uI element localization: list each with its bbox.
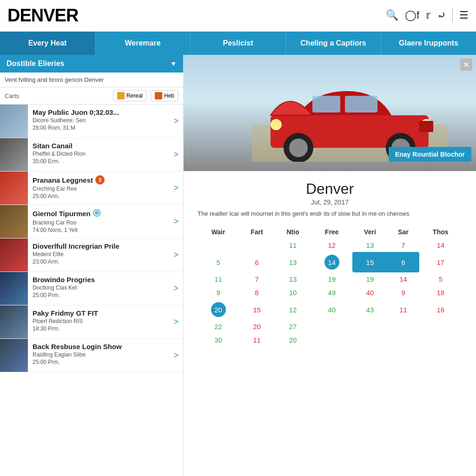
- cal-cell[interactable]: [198, 238, 239, 252]
- list-item-subtitle: Ploert Rediction RIS: [33, 318, 164, 324]
- col-fart: Fart: [239, 225, 275, 238]
- cal-cell[interactable]: 11: [198, 272, 239, 286]
- list-item-arrow[interactable]: >: [169, 272, 183, 305]
- cal-cell[interactable]: 12: [311, 238, 352, 252]
- col-wair: Wair: [198, 225, 239, 238]
- list-item-content: Pranana Leggnest 3 Creching Ear Ree 25:0…: [28, 172, 169, 205]
- cal-cell[interactable]: 16: [419, 299, 462, 320]
- header-divider: [452, 9, 453, 22]
- cal-cell[interactable]: 12: [275, 299, 311, 320]
- cal-cell[interactable]: 11: [388, 299, 419, 320]
- list-item[interactable]: Paky Fridmy GT FIT Ploert Rediction RIS …: [0, 305, 183, 339]
- calendar-table: Wair Fart Ntio Free Veri Sar Thos 11: [198, 225, 462, 347]
- cal-cell[interactable]: 5: [419, 272, 462, 286]
- cal-cell[interactable]: 20: [198, 299, 239, 320]
- list-item-title: Giernol Tipurmen ⓔ: [33, 209, 164, 218]
- menu-icon[interactable]: ☰: [459, 9, 469, 21]
- cal-cell[interactable]: 19: [352, 272, 387, 286]
- list-item-image: [0, 205, 28, 238]
- rereal-icon: [117, 92, 125, 99]
- nav-item-weremare[interactable]: Weremare: [95, 32, 191, 55]
- cal-cell[interactable]: 6: [239, 252, 275, 272]
- list-item-time: 28:00 Rom, 31:M: [33, 125, 164, 131]
- cal-cell[interactable]: 27: [275, 320, 311, 333]
- col-veri: Veri: [352, 225, 387, 238]
- list-item-content: Paky Fridmy GT FIT Ploert Rediction RIS …: [28, 305, 169, 338]
- list-item[interactable]: May Public Juon 0;32.03... Dicore Sudhei…: [0, 105, 183, 138]
- filter-rereal-button[interactable]: Rereal: [113, 90, 147, 101]
- list-item-arrow[interactable]: >: [169, 305, 183, 338]
- cal-cell[interactable]: 6: [388, 252, 419, 272]
- list-item-time: 25:00 Arm.: [33, 193, 164, 199]
- list-item[interactable]: Giernol Tipurmen ⓔ Bracking Car Roo 74:0…: [0, 205, 183, 238]
- twitter-icon[interactable]: 𝕣: [426, 9, 431, 21]
- facebook-icon[interactable]: ◯f: [405, 9, 419, 21]
- cal-cell[interactable]: 14: [388, 272, 419, 286]
- site-logo: DENVER: [7, 6, 78, 26]
- cal-cell[interactable]: 15: [239, 299, 275, 320]
- list-item-title: Sitan Canail: [33, 142, 164, 150]
- cal-cell[interactable]: 49: [311, 286, 352, 299]
- list-item-arrow[interactable]: >: [169, 339, 183, 372]
- list-item-arrow[interactable]: >: [169, 205, 183, 238]
- cal-cell[interactable]: 9: [198, 286, 239, 299]
- list-item-title: Dioverlfull Incregrian Prile: [33, 242, 164, 250]
- cal-cell[interactable]: 5: [198, 252, 239, 272]
- list-item-arrow[interactable]: >: [169, 238, 183, 271]
- cal-cell[interactable]: 13: [275, 272, 311, 286]
- filter-heb-button[interactable]: Heb: [151, 90, 178, 101]
- nav-item-every-heat[interactable]: Every Heat: [0, 32, 95, 55]
- close-button[interactable]: ✕: [460, 59, 472, 71]
- list-item[interactable]: Back Resbuse Login Show Raidling Eagian …: [0, 339, 183, 372]
- sidebar-filter-bar: Carts Rereal Heb: [0, 87, 183, 105]
- nav-item-peslicist[interactable]: Peslicist: [191, 32, 286, 55]
- car-caption: Enay Rountial Blochor: [389, 147, 471, 162]
- list-item-arrow[interactable]: >: [169, 105, 183, 138]
- cal-cell[interactable]: 17: [419, 252, 462, 272]
- list-item-title: Paky Fridmy GT FIT: [33, 309, 164, 317]
- cal-cell[interactable]: 30: [198, 333, 239, 347]
- search-icon[interactable]: 🔍: [386, 9, 398, 21]
- cal-cell[interactable]: 18: [419, 286, 462, 299]
- cal-cell[interactable]: 10: [275, 286, 311, 299]
- list-item[interactable]: Pranana Leggnest 3 Creching Ear Ree 25:0…: [0, 172, 183, 205]
- cal-cell[interactable]: 7: [388, 238, 419, 252]
- cal-cell: [388, 333, 419, 347]
- cal-cell[interactable]: 22: [198, 320, 239, 333]
- cal-cell[interactable]: 8: [239, 286, 275, 299]
- list-item[interactable]: Browindo Progries Doctking Clas Ket 25:0…: [0, 272, 183, 305]
- share-icon[interactable]: ⤾: [437, 9, 446, 21]
- cal-cell[interactable]: 15: [352, 252, 387, 272]
- cal-cell[interactable]: 11: [275, 238, 311, 252]
- cal-cell[interactable]: 9: [388, 286, 419, 299]
- cal-cell[interactable]: 14: [311, 252, 352, 272]
- cal-cell[interactable]: 14: [419, 238, 462, 252]
- list-item-arrow[interactable]: >: [169, 172, 183, 205]
- cal-cell[interactable]: 19: [311, 272, 352, 286]
- cal-cell[interactable]: 11: [239, 333, 275, 347]
- calendar-row: 30 11 20: [198, 333, 462, 347]
- list-item-image: [0, 272, 28, 305]
- cal-cell[interactable]: 40: [352, 286, 387, 299]
- cal-cell[interactable]: 13: [275, 252, 311, 272]
- nav-item-cheling[interactable]: Cheling a Captiors: [286, 32, 381, 55]
- list-item[interactable]: Sitan Canail Pheffel & Dicted Rlon 35:00…: [0, 138, 183, 172]
- list-item-content: Back Resbuse Login Show Raidling Eagian …: [28, 339, 169, 372]
- nav-item-glaere[interactable]: Glaere Irupponts: [381, 32, 476, 55]
- list-item-title: Pranana Leggnest 3: [33, 175, 164, 185]
- list-item-arrow[interactable]: >: [169, 138, 183, 171]
- calendar-row: 9 8 10 49 40 9 18: [198, 286, 462, 299]
- list-item-title: May Public Juon 0;32.03...: [33, 108, 164, 116]
- cal-cell[interactable]: 13: [352, 238, 387, 252]
- cal-cell[interactable]: 20: [239, 320, 275, 333]
- list-item[interactable]: Dioverlfull Incregrian Prile Medent Ellt…: [0, 238, 183, 272]
- calendar-row: 11 12 13 7 14: [198, 238, 462, 252]
- cal-cell[interactable]: 7: [239, 272, 275, 286]
- sidebar-dropdown-arrow[interactable]: ▼: [170, 60, 177, 67]
- cal-cell[interactable]: 40: [311, 299, 352, 320]
- svg-point-8: [271, 119, 282, 130]
- cal-cell[interactable]: [239, 238, 275, 252]
- cal-cell[interactable]: 20: [275, 333, 311, 347]
- svg-rect-2: [312, 96, 340, 112]
- cal-cell[interactable]: 43: [352, 299, 387, 320]
